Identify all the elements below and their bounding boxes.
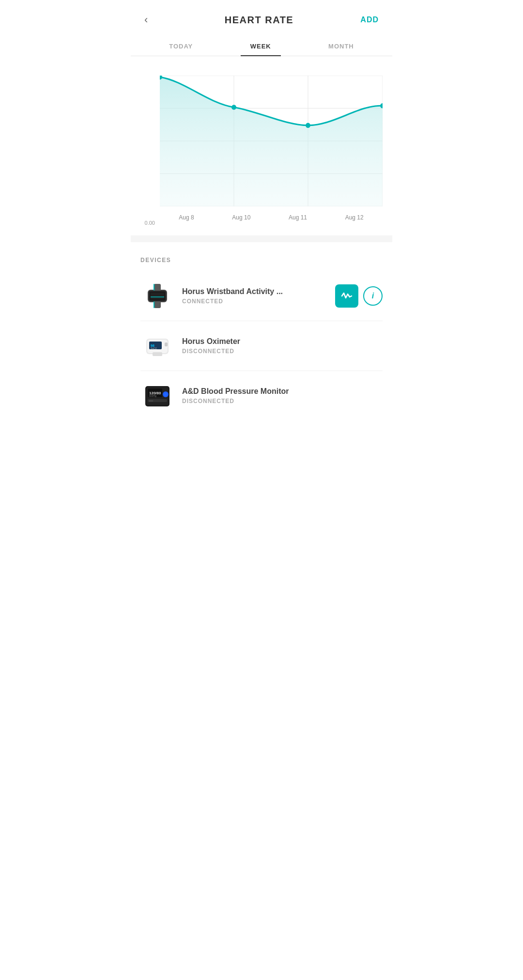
x-label-aug11: Aug 11: [289, 214, 307, 221]
add-button[interactable]: ADD: [354, 16, 379, 24]
device-image-oximeter: 98 SpO2: [140, 329, 174, 363]
svg-rect-15: [154, 284, 154, 291]
device-info-oximeter: Horus Oximeter DISCONNECTED: [182, 337, 383, 355]
svg-rect-11: [151, 293, 164, 299]
devices-section: DEVICES Horus Wristband Activity: [131, 247, 392, 420]
activity-icon: [341, 290, 353, 302]
svg-rect-16: [154, 301, 154, 308]
y-label-0: 0.00: [131, 220, 155, 226]
svg-rect-12: [151, 296, 164, 297]
device-name-wristband: Horus Wristband Activity ...: [182, 287, 335, 296]
svg-rect-23: [153, 352, 162, 356]
svg-rect-13: [154, 284, 161, 291]
tab-month[interactable]: MONTH: [319, 39, 364, 56]
chart-fill: [160, 77, 383, 206]
tabs-container: TODAY WEEK MONTH: [131, 34, 392, 56]
data-point-2: [306, 123, 310, 128]
device-info-bp-monitor: A&D Blood Pressure Monitor DISCONNECTED: [182, 387, 383, 404]
device-item-wristband: Horus Wristband Activity ... CONNECTED i: [140, 271, 383, 321]
tab-week[interactable]: WEEK: [241, 39, 281, 56]
device-actions-wristband: i: [335, 284, 383, 308]
device-image-bp-monitor: 120/80 mmHg AND: [140, 379, 174, 413]
x-label-aug10: Aug 10: [232, 214, 250, 221]
bp-monitor-icon: 120/80 mmHg AND: [140, 379, 174, 413]
info-icon: i: [372, 292, 374, 300]
x-label-aug8: Aug 8: [179, 214, 194, 221]
svg-text:mmHg: mmHg: [149, 394, 156, 397]
device-image-wristband: [140, 279, 174, 313]
device-status-wristband: CONNECTED: [182, 298, 335, 305]
svg-rect-14: [154, 301, 161, 308]
chart-svg: [160, 76, 383, 206]
devices-title: DEVICES: [140, 257, 383, 264]
page-title: HEART RATE: [164, 15, 354, 26]
section-divider: [131, 235, 392, 242]
x-axis-labels: Aug 8 Aug 10 Aug 11 Aug 12: [131, 211, 392, 231]
chart-wrapper: 86.00 64.50 43.00 21.50 0.00: [131, 61, 392, 231]
svg-text:SpO2: SpO2: [151, 347, 157, 350]
device-info-wristband: Horus Wristband Activity ... CONNECTED: [182, 287, 335, 305]
svg-rect-22: [165, 342, 168, 346]
svg-text:AND: AND: [149, 400, 154, 402]
device-item-oximeter: 98 SpO2 Horus Oximeter DISCONNECTED: [140, 321, 383, 371]
info-button-wristband[interactable]: i: [363, 286, 383, 306]
svg-point-30: [164, 392, 168, 396]
device-name-bp-monitor: A&D Blood Pressure Monitor: [182, 387, 383, 396]
device-status-oximeter: DISCONNECTED: [182, 348, 383, 355]
chart-area: [131, 66, 392, 211]
oximeter-icon: 98 SpO2: [140, 329, 174, 363]
device-name-oximeter: Horus Oximeter: [182, 337, 383, 346]
data-point-1: [231, 105, 236, 109]
header: ‹ HEART RATE ADD: [131, 0, 392, 34]
device-status-bp-monitor: DISCONNECTED: [182, 398, 383, 404]
x-label-aug12: Aug 12: [345, 214, 364, 221]
activity-button-wristband[interactable]: [335, 284, 358, 308]
tab-today[interactable]: TODAY: [159, 39, 202, 56]
wristband-icon: [140, 279, 174, 313]
back-button[interactable]: ‹: [144, 14, 164, 26]
device-item-bp-monitor: 120/80 mmHg AND A&D Blood Pressure Monit…: [140, 371, 383, 420]
